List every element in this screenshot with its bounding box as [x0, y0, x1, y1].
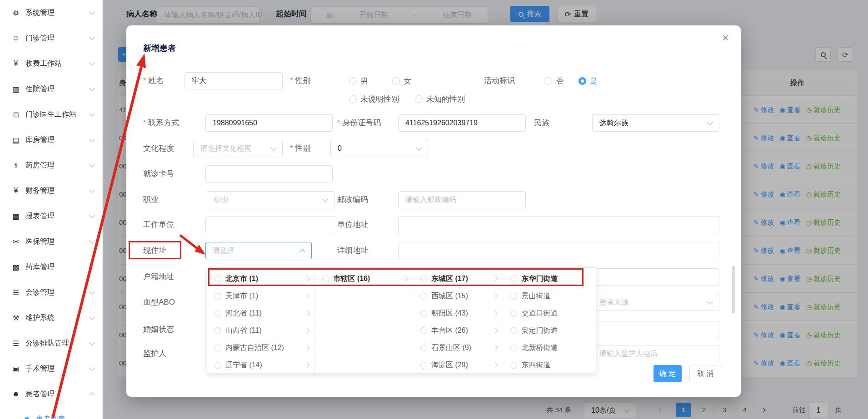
sidebar-item-label: 医保管理 — [25, 237, 85, 246]
cascader-district-option[interactable]: 朝阳区 (43) — [413, 305, 503, 322]
confirm-button[interactable]: 确 定 — [653, 365, 682, 382]
gender-label: 性别 — [290, 72, 310, 89]
cascader-street-option[interactable]: 东四街道 — [503, 356, 596, 373]
sidebar-item[interactable]: ▦ 报表管理 — [0, 203, 102, 229]
cascader-street-option[interactable]: 东华门街道 — [503, 270, 596, 287]
sidebar-item[interactable]: ✉ 医保管理 — [0, 229, 102, 254]
patient-source-select[interactable]: 患者来源 — [592, 294, 719, 311]
chevron-down-icon — [89, 111, 95, 117]
sidebar-item[interactable]: ▥ 住院管理 — [0, 76, 102, 102]
radio-icon — [215, 327, 221, 334]
radio-icon — [510, 276, 517, 282]
cascader-street-option[interactable]: 北新桥街道 — [503, 339, 596, 356]
sidebar-item[interactable]: ⚙ 系统管理 — [0, 0, 102, 25]
radio-icon — [349, 95, 357, 103]
detail-addr-input[interactable] — [398, 242, 719, 259]
cascader-province-column: 北京市 (1) 天津市 (1) 河北省 (11) 山西省 — [207, 268, 315, 373]
unit-addr-input[interactable] — [398, 216, 719, 233]
card-no-input[interactable] — [205, 165, 333, 182]
chevron-right-icon — [305, 276, 310, 281]
sidebar-item[interactable]: ⚒ 维护系统 — [0, 305, 102, 330]
sidebar-item-icon: ☺ — [11, 34, 21, 42]
name-input[interactable]: 牢大 — [185, 72, 283, 89]
cascader-province-option[interactable]: 内蒙古自治区 (12) — [207, 339, 314, 356]
cascader-street-option[interactable]: 景山街道 — [503, 287, 596, 305]
sidebar-item-icon: ⊡ — [11, 110, 21, 119]
radio-icon — [510, 345, 517, 351]
sidebar-item-icon: ☰ — [11, 288, 21, 297]
sidebar-item-icon: ▣ — [11, 365, 21, 373]
radio-icon — [349, 77, 357, 85]
postcode-input[interactable]: 请输入邮政编码 — [398, 191, 526, 208]
cancel-button[interactable]: 取 消 — [689, 365, 721, 382]
cascader-district-option[interactable]: 丰台区 (26) — [413, 322, 503, 339]
chevron-right-icon — [493, 293, 498, 298]
sidebar-item[interactable]: ⊡ 门诊医生工作站 — [0, 102, 102, 127]
chevron-right-icon — [305, 328, 310, 333]
chevron-down-icon — [89, 392, 95, 398]
close-icon[interactable]: × — [722, 32, 729, 44]
sidebar-item-label: 系统管理 — [25, 8, 85, 18]
gender-code-select[interactable]: 0 — [330, 140, 428, 157]
radio-icon — [215, 276, 221, 282]
cascader-province-option[interactable]: 北京市 (1) — [207, 270, 314, 287]
chevron-right-icon — [493, 345, 498, 350]
sidebar-item-icon: ▥ — [11, 85, 21, 94]
sidebar-item[interactable]: ☻ 患者管理 — [0, 381, 102, 407]
gender-unstated-radio[interactable]: 未说明性别 — [349, 92, 399, 106]
gender-male-radio[interactable]: 男 — [349, 72, 368, 89]
gender-unknown-radio[interactable]: 未知的性别 — [415, 92, 465, 106]
guardian-phone-input[interactable]: 请输入监护人电话 — [592, 345, 719, 362]
sidebar-item[interactable]: ⚕ 药房管理 — [0, 153, 102, 178]
sidebar-item[interactable]: ☰ 会诊管理 — [0, 280, 102, 305]
modal-scrollbar[interactable] — [732, 266, 735, 313]
cascader-province-option[interactable]: 河北省 (11) — [207, 305, 314, 322]
cascader-street-column: 东华门街道 景山街道 交道口街道 安定门街道 — [503, 268, 596, 373]
chevron-down-icon — [89, 238, 95, 244]
cascader-district-option[interactable]: 东城区 (17) — [413, 270, 503, 287]
gender-code-label: 性别 — [290, 140, 310, 157]
radio-icon — [215, 345, 221, 351]
occupation-label: 职业 — [143, 191, 159, 208]
cascader-street-option[interactable]: 安定门街道 — [503, 322, 596, 339]
ethnic-select[interactable]: 达斡尔族 — [592, 114, 719, 132]
occupation-select[interactable]: 职业 — [207, 191, 334, 208]
sidebar-item[interactable]: ☺ 门诊管理 — [0, 25, 102, 51]
active-no-radio[interactable]: 否 — [544, 72, 564, 89]
sidebar-item-label: 药库管理 — [25, 262, 85, 272]
contact-input[interactable]: 19880991650 — [205, 114, 333, 132]
education-select[interactable]: 请选择文化程度 — [193, 140, 283, 157]
active-flag-label: 活动标识 — [484, 72, 515, 89]
cascader-district-column: 东城区 (17) 西城区 (15) 朝阳区 (43) 丰台 — [413, 268, 504, 373]
radio-icon — [420, 345, 427, 351]
address-cascader-dropdown: 北京市 (1) 天津市 (1) 河北省 (11) 山西省 — [207, 267, 596, 373]
sidebar-item-label: 收费工作站 — [25, 59, 85, 69]
sidebar-item[interactable]: ¥ 收费工作站 — [0, 51, 102, 76]
radio-icon — [510, 327, 517, 334]
sidebar-item[interactable]: ☰ 分诊排队管理 — [0, 330, 102, 356]
cascader-city-option[interactable]: 市辖区 (16) — [315, 270, 413, 287]
sidebar-item[interactable]: ▩ 药库管理 — [0, 254, 102, 280]
sidebar-item-label: 药房管理 — [25, 161, 85, 170]
education-label: 文化程度 — [143, 140, 174, 157]
sidebar-item[interactable]: ¥ 财务管理 — [0, 178, 102, 203]
cascader-province-option[interactable]: 辽宁省 (14) — [207, 356, 314, 373]
current-address-select[interactable]: 请选择 — [205, 242, 312, 259]
cascader-district-option[interactable]: 石景山区 (9) — [413, 339, 503, 356]
work-unit-input[interactable] — [205, 216, 336, 233]
cascader-street-option[interactable]: 交道口街道 — [503, 305, 596, 322]
sidebar-item[interactable]: ▣ 手术管理 — [0, 356, 102, 381]
chevron-down-icon — [416, 145, 422, 151]
sidebar-item[interactable]: ▤ 库房管理 — [0, 127, 102, 153]
id-card-input[interactable]: 411625192602039719 — [398, 114, 526, 132]
gender-female-radio[interactable]: 女 — [392, 72, 411, 89]
sidebar-item-icon: ¥ — [11, 187, 21, 195]
cascader-province-option[interactable]: 天津市 (1) — [207, 287, 314, 305]
cascader-district-option[interactable]: 西城区 (15) — [413, 287, 503, 305]
sidebar-item-patient-list[interactable]: ☻ 患者列表 — [0, 407, 102, 419]
cascader-district-option[interactable]: 海淀区 (29) — [413, 356, 503, 373]
chevron-down-icon — [89, 340, 95, 345]
chevron-down-icon — [89, 212, 95, 218]
cascader-province-option[interactable]: 山西省 (11) — [207, 322, 314, 339]
active-yes-radio[interactable]: 是 — [579, 72, 598, 89]
